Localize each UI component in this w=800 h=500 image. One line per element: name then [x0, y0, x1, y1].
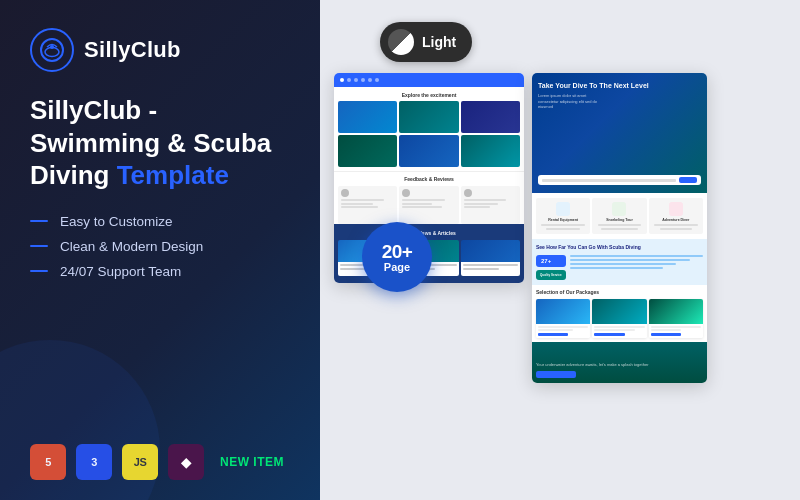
- review-cards: [338, 186, 520, 224]
- news-card-3: [461, 240, 520, 276]
- feature-item-1: Easy to Customize: [30, 214, 290, 229]
- ruby-badge: ◆: [168, 444, 204, 480]
- review-card-1: [338, 186, 397, 224]
- diving-stats: 27+ Quality Service: [536, 255, 566, 280]
- new-item-badge: NEW ITEM: [220, 455, 284, 469]
- page-count-label: Page: [384, 261, 410, 273]
- dash-icon-1: [30, 220, 48, 223]
- toggle-circle-icon: [388, 29, 414, 55]
- underwater-cta-btn: [536, 371, 576, 378]
- hero-title: Take Your Dive To The Next Level: [538, 81, 701, 90]
- underwater-section: Your underwater adventure awaits, let's …: [532, 342, 707, 384]
- feat-card-2: Snorkeling Tour: [592, 198, 646, 234]
- dash-icon-3: [30, 270, 48, 273]
- svg-point-0: [41, 39, 63, 61]
- packages-title: Selection of Our Packages: [536, 289, 703, 295]
- svg-point-2: [50, 45, 54, 49]
- css3-badge: 3: [76, 444, 112, 480]
- feature-label-2: Clean & Modern Design: [60, 239, 203, 254]
- pkg-card-3: [649, 299, 703, 338]
- grid-thumb-5: [399, 135, 458, 167]
- screen1-header: [334, 73, 524, 87]
- grid-thumb-4: [338, 135, 397, 167]
- logo-text: SillyClub: [84, 37, 181, 63]
- search-btn: [679, 177, 697, 183]
- review-avatar-1: [341, 189, 349, 197]
- packages-section: Selection of Our Packages: [532, 285, 707, 342]
- pkg-img-3: [649, 299, 703, 324]
- feature-label-3: 24/07 Support Team: [60, 264, 181, 279]
- hero-search-bar: [538, 175, 701, 185]
- diving-section: See How Far You Can Go With Scuba Diving…: [532, 239, 707, 285]
- theme-label: Light: [422, 34, 456, 50]
- html5-badge: 5: [30, 444, 66, 480]
- review-card-3: [461, 186, 520, 224]
- features-list: Easy to Customize Clean & Modern Design …: [30, 214, 290, 279]
- page-count-badge: 20+ Page: [362, 222, 432, 292]
- right-panel: Light 20+ Page Explore the excitement: [320, 0, 800, 500]
- feat-title-2: Snorkeling Tour: [606, 218, 633, 222]
- screen1-grid: [334, 101, 524, 171]
- screen1-gallery-title: Explore the excitement: [334, 87, 524, 101]
- feat-card-3: Adventure Diver: [649, 198, 703, 234]
- news-img-3: [461, 240, 520, 262]
- review-avatar-2: [402, 189, 410, 197]
- pkg-card-2: [592, 299, 646, 338]
- feat-title-1: Rental Equipment: [548, 218, 578, 222]
- feat-icon-3: [669, 202, 683, 216]
- dash-icon-2: [30, 245, 48, 248]
- screen2-hero: Take Your Dive To The Next Level Lorem i…: [532, 73, 707, 193]
- review-card-2: [399, 186, 458, 224]
- screen1-footer: [334, 282, 524, 283]
- grid-thumb-2: [399, 101, 458, 133]
- tagline-highlight: Template: [117, 160, 229, 190]
- js-badge: JS: [122, 444, 158, 480]
- left-panel: SillyClub SillyClub - Swimming & Scuba D…: [0, 0, 320, 500]
- diving-content: 27+ Quality Service: [536, 255, 703, 280]
- feature-item-2: Clean & Modern Design: [30, 239, 290, 254]
- stat-badge-quality: Quality Service: [536, 270, 566, 280]
- feat-card-1: Rental Equipment: [536, 198, 590, 234]
- feat-icon-2: [612, 202, 626, 216]
- reviews-title: Feedback & Reviews: [338, 176, 520, 182]
- pkg-img-2: [592, 299, 646, 324]
- grid-thumb-6: [461, 135, 520, 167]
- grid-thumb-3: [461, 101, 520, 133]
- diving-text-block: [570, 255, 703, 280]
- screen2-features: Rental Equipment Snorkeling Tour Adventu…: [532, 193, 707, 239]
- tech-row: 5 3 JS ◆ NEW ITEM: [30, 444, 290, 480]
- hero-subtitle: Lorem ipsum dolor sit amet consectetur a…: [538, 93, 608, 110]
- pkg-card-1: [536, 299, 590, 338]
- feature-item-3: 24/07 Support Team: [30, 264, 290, 279]
- tagline: SillyClub - Swimming & Scuba Diving Temp…: [30, 94, 290, 192]
- feat-icon-1: [556, 202, 570, 216]
- pkg-img-1: [536, 299, 590, 324]
- grid-thumb-1: [338, 101, 397, 133]
- page-count-number: 20+: [382, 242, 413, 261]
- packages-grid: [536, 299, 703, 338]
- review-avatar-3: [464, 189, 472, 197]
- logo-icon: [30, 28, 74, 72]
- news-title: Latest News & Articles: [338, 230, 520, 236]
- stat-badge-years: 27+: [536, 255, 566, 267]
- logo-row: SillyClub: [30, 28, 290, 72]
- diving-title: See How Far You Can Go With Scuba Diving: [536, 244, 703, 251]
- feature-label-1: Easy to Customize: [60, 214, 173, 229]
- feat-title-3: Adventure Diver: [662, 218, 689, 222]
- screen1-reviews: Feedback & Reviews: [334, 171, 524, 224]
- theme-toggle[interactable]: Light: [380, 22, 472, 62]
- screen2-preview: Take Your Dive To The Next Level Lorem i…: [532, 73, 707, 383]
- underwater-text: Your underwater adventure awaits, let's …: [536, 362, 703, 368]
